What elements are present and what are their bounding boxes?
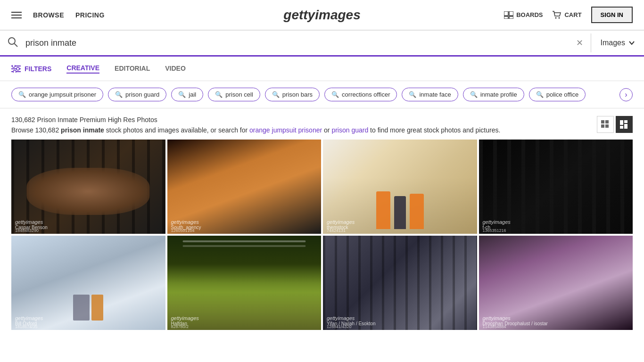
grid-icon bbox=[601, 120, 610, 129]
masonry-view-button[interactable] bbox=[616, 116, 633, 133]
pill-search-icon: 🔍 bbox=[536, 91, 544, 98]
pill-search-icon: 🔍 bbox=[470, 91, 478, 98]
svg-point-12 bbox=[17, 67, 19, 70]
boards-button[interactable]: BOARDS bbox=[504, 11, 543, 19]
results-count: 130,682 Prison Inmate Premium High Res P… bbox=[11, 116, 597, 123]
header-left: BROWSE PRICING bbox=[11, 11, 105, 19]
results-description: Browse 130,682 prison inmate stock photo… bbox=[11, 126, 597, 134]
svg-rect-1 bbox=[509, 11, 513, 16]
grid-view-button[interactable] bbox=[597, 116, 614, 133]
svg-point-6 bbox=[8, 38, 15, 44]
pill-search-icon: 🔍 bbox=[18, 91, 26, 98]
svg-rect-2 bbox=[504, 16, 508, 19]
hamburger-menu[interactable] bbox=[11, 12, 22, 18]
masonry-icon bbox=[620, 120, 628, 129]
svg-rect-3 bbox=[509, 16, 513, 19]
results-header: 130,682 Prison Inmate Premium High Res P… bbox=[0, 108, 644, 138]
logo[interactable]: gettyimages bbox=[283, 8, 360, 23]
pill-search-icon: 🔍 bbox=[272, 91, 280, 98]
cart-icon bbox=[552, 11, 561, 19]
svg-rect-15 bbox=[605, 120, 609, 123]
svg-rect-21 bbox=[624, 124, 627, 129]
prison-guard-link[interactable]: prison guard bbox=[331, 126, 368, 134]
suggestion-pill-4[interactable]: 🔍 prison cell bbox=[208, 88, 260, 101]
svg-rect-19 bbox=[624, 120, 627, 123]
svg-rect-20 bbox=[620, 126, 623, 129]
image-cell-2[interactable]: gettyimages South_agency 1260501104 bbox=[167, 140, 322, 234]
suggestions-bar: 🔍 orange jumpsuit prisoner 🔍 prison guar… bbox=[0, 81, 644, 108]
filter-tab-editorial[interactable]: EDITORIAL bbox=[115, 65, 150, 73]
pill-search-icon: 🔍 bbox=[409, 91, 416, 98]
search-bar: ✕ Images bbox=[0, 30, 644, 57]
logo-italic: getty bbox=[283, 8, 315, 22]
svg-rect-14 bbox=[601, 120, 604, 123]
browse-link[interactable]: BROWSE bbox=[33, 11, 64, 19]
image-cell-5[interactable]: gettyimages Bill Oxford 1818674/35 bbox=[11, 236, 165, 330]
header: BROWSE PRICING gettyimages BOARDS CART S… bbox=[0, 0, 644, 30]
suggestion-pill-9[interactable]: 🔍 police office bbox=[529, 88, 586, 101]
clear-search-icon[interactable]: ✕ bbox=[569, 38, 591, 48]
sign-in-button[interactable]: SIGN IN bbox=[591, 7, 633, 23]
svg-point-4 bbox=[555, 17, 557, 18]
svg-point-13 bbox=[13, 70, 16, 73]
chevron-down-icon bbox=[629, 41, 635, 45]
svg-line-7 bbox=[15, 43, 18, 47]
logo-regular: images bbox=[315, 8, 361, 22]
filters-icon bbox=[11, 65, 21, 73]
pill-search-icon: 🔍 bbox=[115, 91, 123, 98]
filters-bar: FILTERS CREATIVE EDITORIAL VIDEO bbox=[0, 57, 644, 81]
image-cell-8[interactable]: gettyimages Droophan Droophalust / isost… bbox=[479, 236, 633, 330]
header-right: BOARDS CART SIGN IN bbox=[504, 7, 633, 23]
search-type-dropdown[interactable]: Images bbox=[591, 39, 644, 47]
filter-tab-creative[interactable]: CREATIVE bbox=[66, 64, 99, 74]
cart-button[interactable]: CART bbox=[552, 11, 581, 19]
results-info: 130,682 Prison Inmate Premium High Res P… bbox=[11, 116, 597, 134]
suggestion-pill-3[interactable]: 🔍 jail bbox=[171, 88, 203, 101]
filter-tab-video[interactable]: VIDEO bbox=[165, 65, 186, 73]
filters-toggle-button[interactable]: FILTERS bbox=[11, 65, 51, 73]
boards-icon bbox=[504, 11, 513, 19]
pricing-link[interactable]: PRICING bbox=[75, 11, 105, 19]
view-toggle bbox=[597, 116, 633, 133]
image-cell-4[interactable]: gettyimages f-ch 1365351216 bbox=[479, 140, 633, 234]
pill-search-icon: 🔍 bbox=[331, 91, 339, 98]
pill-search-icon: 🔍 bbox=[178, 91, 186, 98]
image-grid: gettyimages Caspar Benson 1848483290 get… bbox=[0, 138, 644, 332]
suggestion-pill-2[interactable]: 🔍 prison guard bbox=[108, 88, 166, 101]
suggestion-pill-7[interactable]: 🔍 inmate face bbox=[402, 88, 458, 101]
svg-point-11 bbox=[12, 65, 15, 67]
svg-rect-0 bbox=[504, 11, 508, 16]
image-cell-6[interactable]: gettyimages Halfdan 828780/2 bbox=[167, 236, 322, 330]
svg-point-5 bbox=[559, 17, 560, 18]
svg-rect-16 bbox=[601, 124, 604, 128]
suggestion-pill-5[interactable]: 🔍 prison bars bbox=[265, 88, 320, 101]
image-cell-3[interactable]: gettyimages themstock 74424131 bbox=[323, 140, 477, 234]
orange-jumpsuit-link[interactable]: orange jumpsuit prisoner bbox=[249, 126, 322, 134]
image-cell-7[interactable]: gettyimages Yifan / Nailah / Esokton 128… bbox=[323, 236, 477, 330]
image-cell-1[interactable]: gettyimages Caspar Benson 1848483290 bbox=[11, 140, 165, 234]
suggestion-pill-1[interactable]: 🔍 orange jumpsuit prisoner bbox=[11, 88, 103, 101]
pill-search-icon: 🔍 bbox=[215, 91, 223, 98]
suggestion-pill-6[interactable]: 🔍 corrections officer bbox=[324, 88, 397, 101]
svg-rect-18 bbox=[620, 120, 623, 125]
suggestions-next-arrow[interactable]: › bbox=[619, 88, 633, 101]
svg-rect-17 bbox=[605, 124, 609, 128]
search-input[interactable] bbox=[25, 38, 569, 48]
suggestion-pill-8[interactable]: 🔍 inmate profile bbox=[463, 88, 524, 101]
search-icon bbox=[0, 37, 25, 49]
